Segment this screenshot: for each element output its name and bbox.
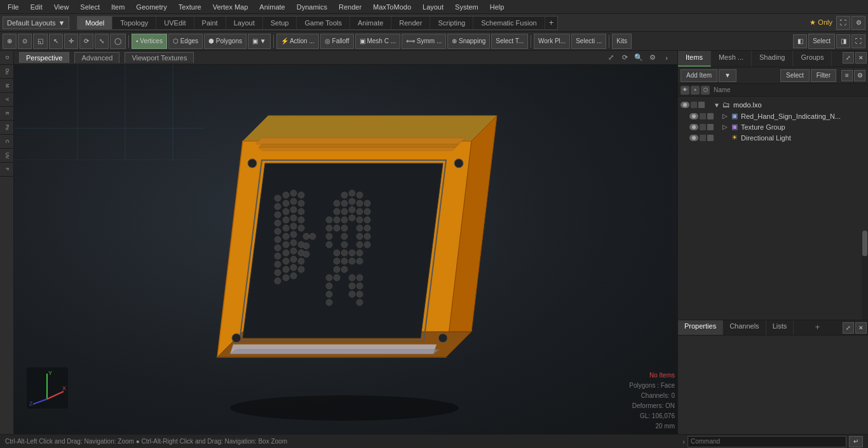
edges-btn[interactable]: ⬡ Edges xyxy=(168,34,203,49)
vis2-directionallight[interactable] xyxy=(700,135,706,141)
menu-file[interactable]: File xyxy=(3,2,24,12)
vp-gear-icon[interactable]: ⚙ xyxy=(647,52,658,64)
kits-btn[interactable]: Kits xyxy=(612,34,632,49)
rt-close-icon[interactable]: ✕ xyxy=(855,52,867,64)
menu-layout[interactable]: Layout xyxy=(417,2,449,12)
props-expand-icon[interactable]: ⤢ xyxy=(843,322,854,334)
vis3-directionallight[interactable] xyxy=(707,135,714,141)
menu-select[interactable]: Select xyxy=(75,2,105,12)
fullscreen-btn[interactable]: ⛶ xyxy=(836,16,850,30)
tree-scrollbar-thumb[interactable] xyxy=(862,231,867,256)
polygons-btn[interactable]: ⬢ Polygons xyxy=(204,34,247,49)
sidebar-v[interactable]: V xyxy=(0,93,14,107)
tab-animate[interactable]: Animate xyxy=(350,17,391,29)
tab-uvedit[interactable]: UVEdit xyxy=(156,17,194,29)
vp-tab-advanced[interactable]: Advanced xyxy=(74,52,119,63)
sidebar-po[interactable]: Po xyxy=(0,121,14,135)
fullscreen2-btn[interactable]: ⛶ xyxy=(851,34,865,48)
menu-view[interactable]: View xyxy=(49,2,74,12)
tree-item-directionallight[interactable]: ☀ Directional Light xyxy=(678,132,868,143)
tree-scrollbar[interactable] xyxy=(862,231,868,320)
select-tool[interactable]: ↖ xyxy=(49,34,63,49)
sidebar-e[interactable]: E xyxy=(0,107,14,121)
rt-tab-mesh[interactable]: Mesh ... xyxy=(711,51,752,67)
tab-schematicfusion[interactable]: Schematic Fusion xyxy=(473,17,545,29)
vis2-modolxo[interactable] xyxy=(691,102,697,108)
tab-add[interactable]: + xyxy=(545,17,558,29)
mesh-display-btn[interactable]: ▣ ▼ xyxy=(248,34,271,49)
menu-animate[interactable]: Animate xyxy=(254,2,290,12)
circle-tool[interactable]: ◯ xyxy=(110,34,126,49)
grid-toggle[interactable]: ⊙ xyxy=(18,34,32,49)
menu-edit[interactable]: Edit xyxy=(25,2,48,12)
vis2-redhand[interactable] xyxy=(700,113,706,119)
panel-right-btn[interactable]: ◨ xyxy=(836,34,850,48)
vis3-texturegroup[interactable] xyxy=(707,124,714,130)
rt-tab-items[interactable]: Items xyxy=(678,51,711,67)
settings-btn[interactable]: ⚙ xyxy=(851,16,865,30)
col-visible-icon[interactable]: 👁 xyxy=(681,86,689,95)
viewport-canvas[interactable]: Y X Z No Items Polygons : Face Channels:… xyxy=(14,65,677,434)
menu-dynamics[interactable]: Dynamics xyxy=(292,2,332,12)
eye-modolxo[interactable] xyxy=(681,102,689,108)
vp-search-icon[interactable]: 🔍 xyxy=(633,52,644,64)
tab-setup[interactable]: Setup xyxy=(263,17,297,29)
vp-tab-perspective[interactable]: Perspective xyxy=(19,52,69,63)
add-item-btn[interactable]: Add Item xyxy=(681,69,717,82)
workpl-btn[interactable]: Work Pl... xyxy=(534,34,570,49)
sidebar-m[interactable]: M xyxy=(0,79,14,93)
panel-left-btn[interactable]: ◧ xyxy=(793,34,807,48)
pt-tab-lists[interactable]: Lists xyxy=(766,320,794,335)
sidebar-d[interactable]: D xyxy=(0,51,14,65)
tab-layout[interactable]: Layout xyxy=(226,17,263,29)
tree-item-modolxo[interactable]: ▼ 🗂 modo.lxo xyxy=(678,99,868,111)
sidebar-du[interactable]: Du xyxy=(0,65,14,79)
select-btn[interactable]: Select xyxy=(780,69,810,82)
col-render-icon[interactable]: ⬡ xyxy=(701,86,710,95)
snaps-toggle[interactable]: ◱ xyxy=(33,34,48,49)
vp-expand-icon[interactable]: ⤢ xyxy=(605,52,616,64)
filter-btn[interactable]: Filter xyxy=(811,69,836,82)
snapping-btn[interactable]: ⊕ Snapping xyxy=(447,34,490,49)
viewport[interactable]: Perspective Advanced Viewport Textures ⤢… xyxy=(14,51,677,434)
props-close-icon[interactable]: ✕ xyxy=(855,322,867,334)
tree-item-texturegroup[interactable]: ▷ ▣ Texture Group xyxy=(678,121,868,132)
command-input[interactable] xyxy=(688,436,846,447)
select-mode-btn[interactable]: Select xyxy=(808,34,835,49)
origin-toggle[interactable]: ⊕ xyxy=(3,34,17,49)
sidebar-f[interactable]: F xyxy=(0,163,14,177)
command-enter-btn[interactable]: ↵ xyxy=(849,436,863,447)
add-item-dropdown[interactable]: ▼ xyxy=(719,69,736,82)
rt-tab-groups[interactable]: Groups xyxy=(793,51,832,67)
scale-tool[interactable]: ⤡ xyxy=(95,34,109,49)
col-lock-icon[interactable]: + xyxy=(691,86,700,95)
vertices-btn[interactable]: ▪ Vertices xyxy=(132,34,167,49)
tab-model[interactable]: Model xyxy=(78,17,112,29)
sidebar-uv[interactable]: UV xyxy=(0,149,14,163)
tab-paint[interactable]: Paint xyxy=(194,17,226,29)
vis3-redhand[interactable] xyxy=(707,113,714,119)
menu-vertexmap[interactable]: Vertex Map xyxy=(208,2,254,12)
symm-btn[interactable]: ⟺ Symm ... xyxy=(402,34,446,49)
falloff-btn[interactable]: ◎ Falloff xyxy=(320,34,354,49)
vp-refresh-icon[interactable]: ⟳ xyxy=(619,52,630,64)
pt-tab-channels[interactable]: Channels xyxy=(723,320,766,335)
menu-item[interactable]: Item xyxy=(106,2,130,12)
action-btn[interactable]: ⚡ Action ... xyxy=(276,34,319,49)
move-tool[interactable]: ✛ xyxy=(64,34,78,49)
tab-gametools[interactable]: Game Tools xyxy=(297,17,350,29)
sidebar-c[interactable]: C xyxy=(0,135,14,149)
meshc-btn[interactable]: ▣ Mesh C ... xyxy=(355,34,400,49)
vp-tab-textures[interactable]: Viewport Textures xyxy=(125,52,194,63)
menu-texture[interactable]: Texture xyxy=(173,2,207,12)
selecti-btn[interactable]: Selecti ... xyxy=(571,34,606,49)
rt-tab-shading[interactable]: Shading xyxy=(752,51,793,67)
tree-item-redhand[interactable]: ▷ ▣ Red_Hand_Sign_Indicating_N... xyxy=(678,111,868,121)
menu-maxtomodo[interactable]: MaxToModo xyxy=(368,2,416,12)
rt-list-icon[interactable]: ≡ xyxy=(841,70,853,81)
eye-redhand[interactable] xyxy=(689,113,698,119)
pt-plus-btn[interactable]: + xyxy=(810,320,825,335)
tab-render[interactable]: Render xyxy=(391,17,430,29)
selectt-btn[interactable]: Select T... xyxy=(491,34,528,49)
menu-system[interactable]: System xyxy=(450,2,484,12)
